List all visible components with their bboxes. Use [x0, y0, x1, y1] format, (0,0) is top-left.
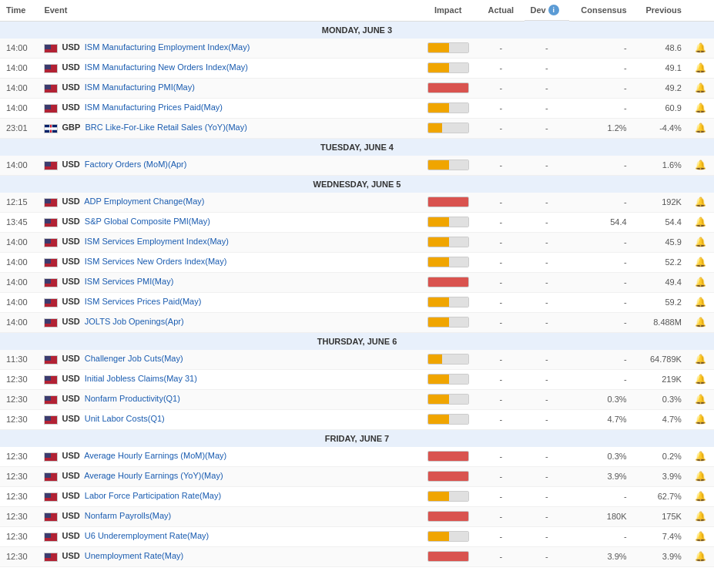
actual-value: -: [478, 486, 524, 506]
bell-cell[interactable]: 🔔: [688, 389, 714, 409]
bell-cell[interactable]: 🔔: [688, 212, 714, 232]
bell-icon[interactable]: 🔔: [695, 277, 706, 287]
bell-cell[interactable]: 🔔: [688, 78, 714, 98]
flag-us: [44, 452, 58, 462]
flag-gb: [44, 124, 58, 133]
bell-icon[interactable]: 🔔: [695, 471, 706, 482]
currency-code: USD: [62, 491, 79, 500]
bell-cell[interactable]: 🔔: [688, 546, 714, 566]
event-name[interactable]: ISM Manufacturing Prices Paid(May): [82, 102, 223, 112]
bell-cell[interactable]: 🔔: [688, 232, 714, 252]
bell-cell[interactable]: 🔔: [688, 466, 714, 486]
impact-empty: [449, 297, 468, 307]
actual-value: -: [478, 272, 524, 292]
bell-icon[interactable]: 🔔: [695, 317, 706, 328]
bell-cell[interactable]: 🔔: [688, 486, 714, 506]
bell-icon[interactable]: 🔔: [695, 62, 706, 73]
event-name[interactable]: Initial Jobless Claims(May 31): [82, 374, 197, 383]
previous-value: 3.9%: [633, 546, 688, 566]
bell-icon[interactable]: 🔔: [695, 394, 706, 405]
bell-icon[interactable]: 🔔: [695, 257, 706, 267]
event-name[interactable]: JOLTS Job Openings(Apr): [82, 317, 184, 326]
bell-cell[interactable]: 🔔: [688, 272, 714, 292]
impact-filled: [428, 415, 449, 424]
bell-icon[interactable]: 🔔: [695, 491, 706, 502]
bell-icon[interactable]: 🔔: [695, 511, 706, 522]
table-row: 14:00 USD ISM Manufacturing Prices Paid(…: [0, 98, 714, 118]
flag-us: [44, 492, 58, 502]
previous-value: 219K: [633, 369, 688, 389]
event-name[interactable]: ISM Services PMI(May): [82, 277, 174, 286]
event-name[interactable]: Average Hourly Earnings (YoY)(May): [82, 471, 223, 480]
event-name[interactable]: U6 Underemployment Rate(May): [82, 531, 209, 540]
consensus-value: 1.2%: [569, 118, 633, 138]
bell-icon[interactable]: 🔔: [695, 451, 706, 462]
bell-cell[interactable]: 🔔: [688, 193, 714, 213]
bell-icon[interactable]: 🔔: [695, 102, 706, 113]
bell-cell[interactable]: 🔔: [688, 156, 714, 176]
bell-cell[interactable]: 🔔: [688, 447, 714, 467]
bell-cell[interactable]: 🔔: [688, 58, 714, 78]
dev-info-icon[interactable]: i: [548, 5, 559, 15]
event-name[interactable]: Average Hourly Earnings (MoM)(May): [82, 451, 226, 460]
bell-cell[interactable]: 🔔: [688, 292, 714, 312]
event-name[interactable]: ISM Services Employment Index(May): [82, 237, 229, 246]
bell-cell[interactable]: 🔔: [688, 409, 714, 429]
event-name[interactable]: ISM Manufacturing New Orders Index(May): [82, 62, 248, 72]
bell-icon[interactable]: 🔔: [695, 82, 706, 93]
event-name[interactable]: Nonfarm Productivity(Q1): [82, 394, 180, 403]
event-name[interactable]: Factory Orders (MoM)(Apr): [82, 160, 187, 169]
flag-us: [44, 161, 58, 170]
previous-value: 192K: [633, 193, 688, 213]
event-currency: USD U6 Underemployment Rate(May): [38, 526, 418, 546]
bell-cell[interactable]: 🔔: [688, 350, 714, 370]
bell-icon[interactable]: 🔔: [695, 551, 706, 562]
bell-icon[interactable]: 🔔: [695, 354, 706, 365]
impact-bar: [427, 354, 469, 365]
bell-icon[interactable]: 🔔: [695, 297, 706, 307]
bell-cell[interactable]: 🔔: [688, 312, 714, 332]
bell-icon[interactable]: 🔔: [695, 531, 706, 542]
event-name[interactable]: Nonfarm Payrolls(May): [82, 511, 172, 520]
bell-icon[interactable]: 🔔: [695, 123, 706, 133]
bell-icon[interactable]: 🔔: [695, 374, 706, 385]
actual-value: -: [478, 369, 524, 389]
previous-value: 3.9%: [633, 466, 688, 486]
event-name[interactable]: Unit Labor Costs(Q1): [82, 414, 165, 423]
bell-icon[interactable]: 🔔: [695, 197, 706, 207]
bell-icon[interactable]: 🔔: [695, 217, 706, 227]
impact-filled: [428, 297, 449, 307]
bell-cell[interactable]: 🔔: [688, 252, 714, 272]
bell-cell[interactable]: 🔔: [688, 369, 714, 389]
bell-icon[interactable]: 🔔: [695, 414, 706, 425]
event-name[interactable]: ISM Services Prices Paid(May): [82, 297, 202, 306]
consensus-value: -: [569, 526, 633, 546]
event-name[interactable]: ADP Employment Change(May): [82, 197, 205, 206]
event-currency: USD ISM Manufacturing Employment Index(M…: [38, 39, 418, 59]
event-name[interactable]: ISM Manufacturing PMI(May): [82, 82, 195, 92]
event-name[interactable]: Unemployment Rate(May): [82, 551, 183, 560]
bell-cell[interactable]: 🔔: [688, 526, 714, 546]
bell-icon[interactable]: 🔔: [695, 160, 706, 170]
bell-icon[interactable]: 🔔: [695, 237, 706, 247]
flag-us: [44, 533, 58, 542]
event-name[interactable]: ISM Manufacturing Employment Index(May): [82, 42, 250, 52]
bell-cell[interactable]: 🔔: [688, 98, 714, 118]
impact-bar: [427, 277, 469, 287]
bell-cell[interactable]: 🔔: [688, 118, 714, 138]
bell-cell[interactable]: 🔔: [688, 39, 714, 59]
impact-bar-cell: [418, 232, 478, 252]
event-name[interactable]: Challenger Job Cuts(May): [82, 354, 183, 363]
event-name[interactable]: BRC Like-For-Like Retail Sales (YoY)(May…: [82, 123, 247, 132]
event-name[interactable]: S&P Global Composite PMI(May): [82, 217, 210, 226]
event-name[interactable]: ISM Services New Orders Index(May): [82, 257, 227, 266]
bell-cell[interactable]: 🔔: [688, 506, 714, 526]
currency-code: USD: [62, 102, 79, 112]
impact-empty: [449, 532, 468, 541]
impact-bar: [427, 160, 469, 170]
impact-bar-cell: [418, 409, 478, 429]
bell-icon[interactable]: 🔔: [695, 42, 706, 53]
impact-bar-cell: [418, 369, 478, 389]
impact-empty: [449, 237, 468, 247]
event-name[interactable]: Labor Force Participation Rate(May): [82, 491, 221, 500]
